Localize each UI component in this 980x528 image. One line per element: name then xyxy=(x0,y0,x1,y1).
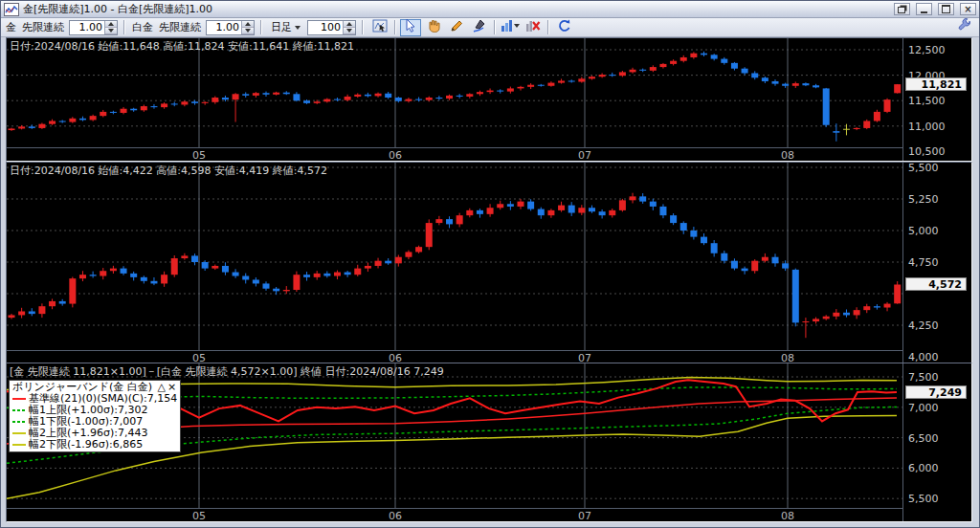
pen-annotation-icon xyxy=(472,18,487,36)
chart-window: 金[先限連続]1.00 - 白金[先限連続]1.00 × 金 先限連続 白金 先… xyxy=(0,0,980,528)
float-button[interactable] xyxy=(894,3,910,15)
price-tick-label: 10,500 xyxy=(908,145,946,158)
select-arrow-icon xyxy=(403,18,418,36)
track-cursor-button[interactable] xyxy=(369,19,390,36)
platinum-series-label: 先限連続 xyxy=(159,20,201,34)
select-arrow-button[interactable] xyxy=(400,19,421,36)
minimize-button[interactable] xyxy=(916,3,932,15)
gold-time-axis: 05060708 xyxy=(7,147,902,161)
pencil-draw-button[interactable] xyxy=(446,19,467,36)
gold-price-axis: 12,50012,00011,50011,00010,50011,821 xyxy=(902,38,969,161)
price-tick-label: 5,000 xyxy=(908,225,939,237)
gold-chart[interactable] xyxy=(7,38,902,147)
price-tick-label: 4,250 xyxy=(908,319,939,332)
app-chart-icon xyxy=(4,3,19,16)
platinum-last-price-box: 4,572 xyxy=(905,277,967,291)
legend-swatch-icon xyxy=(12,432,26,434)
platinum-ratio-spinner[interactable] xyxy=(206,20,255,35)
chart-delete-button[interactable] xyxy=(523,19,544,36)
legend-swatch-icon xyxy=(12,421,26,423)
platinum-ratio-up-button[interactable] xyxy=(242,21,254,28)
price-tick-label: 12,500 xyxy=(908,44,946,56)
platinum-ratio-input[interactable] xyxy=(207,21,241,34)
gold-ratio-spinner[interactable] xyxy=(69,20,118,35)
gold-panel: 日付:2024/08/16 始値:11,648 高値:11,824 安値:11,… xyxy=(6,37,972,162)
spread-bollinger-time-axis: 05060708 xyxy=(7,508,902,521)
gold-ratio-down-button[interactable] xyxy=(105,28,117,34)
bar-count-up-button[interactable] xyxy=(344,21,355,28)
maximize-button[interactable] xyxy=(938,3,954,15)
month-label: 05 xyxy=(192,149,206,162)
month-label: 08 xyxy=(781,510,794,522)
gold-series-label: 先限連続 xyxy=(22,20,64,34)
platinum-ratio-down-button[interactable] xyxy=(242,28,254,34)
price-tick-label: 11,500 xyxy=(908,95,946,107)
refresh-icon xyxy=(556,18,571,36)
price-tick-label: 4,750 xyxy=(908,256,939,269)
close-button[interactable]: × xyxy=(960,3,976,15)
price-tick-label: 6,000 xyxy=(908,462,939,474)
legend-label: 幅2下限(-1.96σ):6,865 xyxy=(29,439,143,451)
spread-bollinger-last-price-box: 7,249 xyxy=(905,385,967,399)
window-title: 金[先限連続]1.00 - 白金[先限連続]1.00 xyxy=(23,2,212,16)
platinum-header: 日付:2024/08/16 始値:4,422 高値:4,598 安値:4,419… xyxy=(10,164,327,178)
platinum-price-axis: 5,5005,2505,0004,7504,2504,0004,572 xyxy=(902,163,969,363)
price-tick-label: 7,000 xyxy=(908,402,939,414)
gold-label: 金 xyxy=(6,20,16,34)
platinum-chart[interactable] xyxy=(7,163,902,350)
refresh-button[interactable] xyxy=(553,19,574,36)
period-dropdown[interactable]: 日足 xyxy=(268,20,303,35)
platinum-panel: 日付:2024/08/16 始値:4,422 高値:4,598 安値:4,419… xyxy=(6,162,972,364)
gold-ratio-up-button[interactable] xyxy=(105,21,117,28)
price-tick-label: 5,500 xyxy=(908,162,939,174)
price-tick-label: 11,000 xyxy=(908,121,946,133)
platinum-time-axis: 05060708 xyxy=(7,350,902,363)
chart-type-icon xyxy=(501,18,521,36)
month-label: 07 xyxy=(578,149,591,162)
bar-count-spinner[interactable] xyxy=(307,20,356,35)
period-label: 日足 xyxy=(271,20,292,34)
spread-bollinger-panel: [金 先限連続 11,821×1.00]－[白金 先限連続 4,572×1.00… xyxy=(6,363,972,522)
gold-ratio-input[interactable] xyxy=(70,21,104,34)
spread-bollinger-header: [金 先限連続 11,821×1.00]－[白金 先限連続 4,572×1.00… xyxy=(10,364,444,379)
price-tick-label: 7,500 xyxy=(908,371,939,384)
chart-type-button[interactable] xyxy=(500,19,521,36)
settings-wrench-button[interactable] xyxy=(954,19,975,36)
bar-count-down-button[interactable] xyxy=(344,28,355,34)
toolbar: 金 先限連続 白金 先限連続 日足 xyxy=(1,18,979,37)
bollinger-legend: ボリンジャーバンド(金 白金)△×基準線(21)(0)(SMA)(C):7,15… xyxy=(9,380,181,452)
legend-swatch-icon xyxy=(12,444,26,446)
settings-wrench-icon xyxy=(957,18,972,36)
spread-bollinger-price-axis: 7,5007,0006,5006,0005,5007,249 xyxy=(902,363,969,521)
hand-pan-button[interactable] xyxy=(423,19,444,36)
legend-swatch-icon xyxy=(12,409,26,411)
gold-last-price-box: 11,821 xyxy=(905,77,967,91)
hand-pan-icon xyxy=(426,18,441,36)
price-tick-label: 5,500 xyxy=(908,493,939,505)
legend-item: 幅2下限(-1.96σ):6,865 xyxy=(12,439,177,451)
price-tick-label: 6,500 xyxy=(908,432,939,445)
chevron-down-icon xyxy=(295,26,301,30)
month-label: 06 xyxy=(389,149,402,162)
price-tick-label: 5,250 xyxy=(908,193,939,206)
bar-count-input[interactable] xyxy=(308,21,343,34)
pencil-draw-icon xyxy=(449,18,464,36)
gold-header: 日付:2024/08/16 始値:11,648 高値:11,824 安値:11,… xyxy=(10,39,354,54)
pen-annotation-button[interactable] xyxy=(469,19,490,36)
platinum-label: 白金 xyxy=(132,20,153,34)
title-bar[interactable]: 金[先限連続]1.00 - 白金[先限連続]1.00 × xyxy=(1,1,979,18)
chart-delete-icon xyxy=(525,18,541,36)
legend-swatch-icon xyxy=(12,398,26,400)
month-label: 08 xyxy=(781,149,794,162)
month-label: 05 xyxy=(192,510,206,522)
track-cursor-icon xyxy=(372,18,389,36)
month-label: 07 xyxy=(578,510,591,522)
month-label: 06 xyxy=(389,510,402,522)
